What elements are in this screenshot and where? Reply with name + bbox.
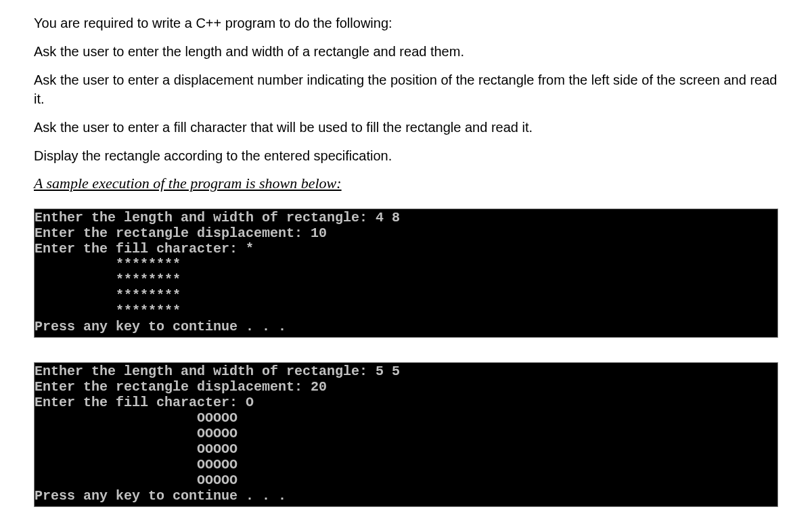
instruction-line-3: Ask the user to enter a displacement num…: [34, 70, 778, 108]
instruction-line-2: Ask the user to enter the length and wid…: [34, 42, 778, 61]
instruction-line-1: You are required to write a C++ program …: [34, 14, 778, 32]
sample-execution-heading: A sample execution of the program is sho…: [34, 175, 778, 192]
instruction-line-5: Display the rectangle according to the e…: [34, 146, 778, 165]
instruction-line-4: Ask the user to enter a fill character t…: [34, 118, 778, 137]
console-output-1: Enther the length and width of rectangle…: [34, 209, 778, 338]
console-output-2: Enther the length and width of rectangle…: [34, 362, 778, 507]
